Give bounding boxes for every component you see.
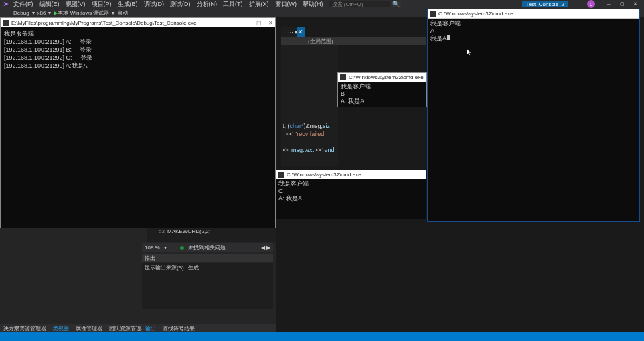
mouse-pointer-icon [467, 49, 472, 56]
cmd-icon [430, 11, 436, 17]
close-button[interactable]: ✕ [629, 1, 642, 7]
search-button[interactable]: 🔍 [392, 1, 401, 7]
platform-select[interactable]: x86 [37, 10, 46, 16]
zoom-row: 108 % ▾ 未找到相关问题 ◀ ▶ [142, 243, 273, 252]
editor-tab-close[interactable]: ✕ [297, 27, 305, 37]
menu-tools[interactable]: 工具(T) [223, 0, 243, 9]
vs-logo-icon [3, 1, 9, 7]
client-b-titlebar[interactable]: C:\Windows\system32\cmd.exe [338, 73, 426, 82]
editor-surface[interactable]: t, (char*)&msg,siz << "recv failed: << m… [281, 45, 338, 166]
console-line: [192.168.1.100:21291] B:----登录---- [4, 46, 272, 54]
minimize-button[interactable]: ─ [602, 1, 615, 7]
menu-help[interactable]: 帮助(H) [303, 0, 323, 9]
issues-text: 未找到相关问题 [188, 244, 226, 251]
status-ok-icon [180, 246, 184, 250]
tab-class-view[interactable]: 类视图 [50, 324, 72, 332]
console-line: [192.168.1.100:21290] A:我是A [4, 62, 272, 70]
tab-find-results[interactable]: 查找符号结果 [159, 324, 198, 332]
search-input[interactable]: 搜索 (Ctrl+Q) [329, 1, 390, 7]
text-cursor [447, 35, 450, 40]
console-line: A: 我是A [341, 98, 424, 105]
tab-property-mgr[interactable]: 属性管理器 [72, 324, 106, 332]
min-icon[interactable]: ─ [246, 20, 250, 26]
config-select[interactable]: Debug [13, 10, 29, 16]
status-bar [0, 332, 644, 341]
console-line: A [430, 27, 637, 35]
menu-ext[interactable]: 扩展(X) [249, 0, 269, 9]
output-from-label: 显示输出来源(S): [145, 264, 185, 271]
server-console-window[interactable]: E:\MyFiles\programming\MyPrograms\Test_C… [0, 17, 276, 228]
output-from-value[interactable]: 生成 [188, 264, 199, 271]
menu-edit[interactable]: 编辑(E) [39, 0, 60, 9]
menu-analyze[interactable]: 分析(N) [197, 0, 218, 9]
server-console-surface[interactable]: 我是服务端 [192.168.1.100:21290] A:----登录----… [1, 27, 275, 228]
debug-target[interactable]: 本地 Windows 调试器 [58, 9, 109, 17]
console-line: C [278, 188, 424, 195]
client-a-cmd-window[interactable]: C:\Windows\system32\cmd.exe 我是客户端 A 我是A [427, 9, 640, 222]
project-tab[interactable]: Test_Console_2 [522, 1, 568, 7]
close-icon[interactable]: ✕ [268, 20, 273, 26]
console-line: 我是A [430, 35, 447, 42]
user-avatar[interactable]: L [587, 0, 595, 8]
svg-marker-0 [3, 2, 9, 6]
tab-solution-explorer[interactable]: 决方案资源管理器 [0, 324, 50, 332]
max-icon[interactable]: ▢ [256, 20, 262, 26]
console-line: 我是服务端 [4, 29, 272, 38]
zoom-level[interactable]: 108 % [145, 245, 160, 251]
tab-output[interactable]: 输出 [142, 324, 159, 332]
menu-test[interactable]: 测试(D) [170, 0, 191, 9]
line-number: 53 [147, 228, 167, 242]
output-body[interactable] [142, 271, 273, 309]
client-b-cmd-window[interactable]: C:\Windows\system32\cmd.exe 我是客户端 B A: 我… [337, 72, 427, 107]
launch-mode[interactable]: 自动 [117, 9, 128, 17]
client-a-title: C:\Windows\system32\cmd.exe [438, 11, 513, 17]
menu-project[interactable]: 项目(P) [92, 0, 112, 9]
client-c-titlebar[interactable]: C:\Windows\system32\cmd.exe [276, 170, 426, 179]
menu-window[interactable]: 窗口(W) [275, 0, 297, 9]
server-console-titlebar[interactable]: E:\MyFiles\programming\MyPrograms\Test_C… [1, 18, 275, 27]
output-source-row: 显示输出来源(S): 生成 [142, 263, 273, 271]
client-c-surface[interactable]: 我是客户端 C A: 我是A [276, 179, 426, 219]
client-c-title: C:\Windows\system32\cmd.exe [287, 172, 361, 178]
menu-bar: 文件(F) 编辑(E) 视图(V) 项目(P) 生成(B) 调试(D) 测试(D… [0, 0, 644, 8]
cmd-icon [278, 172, 284, 178]
server-console-title: E:\MyFiles\programming\MyPrograms\Test_C… [11, 20, 197, 26]
client-a-titlebar[interactable]: C:\Windows\system32\cmd.exe [428, 9, 639, 19]
svg-marker-1 [467, 49, 471, 55]
right-bottom-tabs: 输出 查找符号结果 [142, 324, 276, 332]
client-b-surface[interactable]: 我是客户端 B A: 我是A [338, 82, 426, 107]
vs-lower-panels: 53 MAKEWORD(2,2) 108 % ▾ 未找到相关问题 ◀ ▶ 输出 … [0, 228, 276, 326]
console-line: 我是客户端 [430, 20, 637, 27]
menu-view[interactable]: 视图(V) [66, 0, 86, 9]
menu-file[interactable]: 文件(F) [13, 0, 33, 9]
code-text: MAKEWORD(2,2) [167, 228, 210, 242]
code-peek: 53 MAKEWORD(2,2) [147, 228, 276, 242]
scope-bar[interactable]: (全局范围) [281, 37, 426, 45]
client-a-surface[interactable]: 我是客户端 A 我是A [428, 19, 639, 44]
cmd-icon [3, 20, 9, 26]
menu-build[interactable]: 生成(B) [118, 0, 138, 9]
console-line: 我是客户端 [341, 83, 424, 90]
console-line: [192.168.1.100:21292] C:----登录---- [4, 54, 272, 62]
output-header: 输出 [142, 254, 273, 262]
console-line: A: 我是A [278, 195, 424, 202]
console-line: B [341, 90, 424, 98]
cmd-icon [340, 74, 346, 80]
console-line: 我是客户端 [278, 180, 424, 188]
maximize-button[interactable]: ▢ [615, 1, 629, 7]
menu-debug[interactable]: 调试(D) [144, 0, 165, 9]
search-icon: 🔍 [392, 1, 400, 7]
console-line: [192.168.1.100:21290] A:----登录---- [4, 38, 272, 46]
client-b-title: C:\Windows\system32\cmd.exe [349, 74, 424, 80]
